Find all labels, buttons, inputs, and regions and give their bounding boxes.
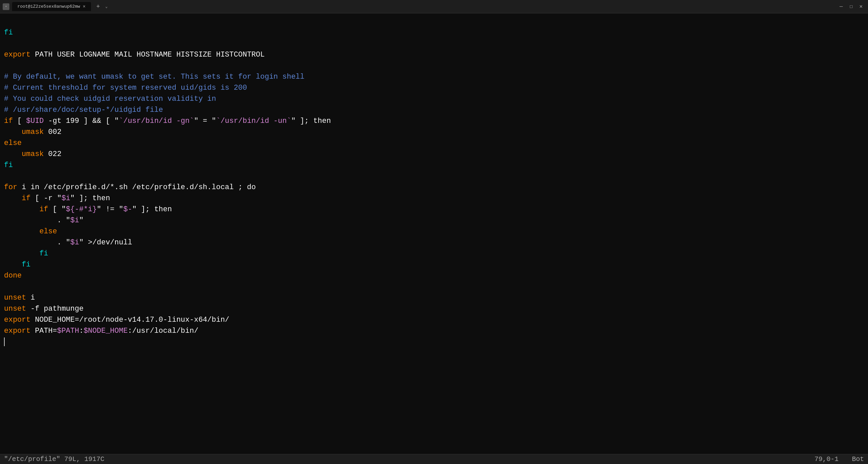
tab-close-button[interactable]: × xyxy=(83,4,85,9)
tab-title: root@iZ2ze5sex8anwup62mw xyxy=(18,4,80,9)
status-right: 79,0-1 Bot xyxy=(814,455,864,463)
new-tab-button[interactable]: + xyxy=(94,3,103,10)
close-button[interactable]: ✕ xyxy=(859,4,863,9)
tab-dropdown-button[interactable]: ⌄ xyxy=(105,4,107,9)
terminal-icon: ▪ xyxy=(3,3,9,10)
file-info-text: "/etc/profile" 79L, 1917C xyxy=(4,455,104,463)
terminal-body[interactable]: fi export PATH USER LOGNAME MAIL HOSTNAM… xyxy=(0,13,868,454)
status-bar: "/etc/profile" 79L, 1917C 79,0-1 Bot xyxy=(0,454,868,464)
terminal-window: ▪ root@iZ2ze5sex8anwup62mw × + ⌄ — ☐ ✕ f… xyxy=(0,0,868,464)
status-file-info: "/etc/profile" 79L, 1917C xyxy=(4,455,814,463)
titlebar: ▪ root@iZ2ze5sex8anwup62mw × + ⌄ — ☐ ✕ xyxy=(0,0,868,13)
scroll-position: Bot xyxy=(852,455,864,463)
maximize-button[interactable]: ☐ xyxy=(849,4,853,9)
minimize-button[interactable]: — xyxy=(840,4,843,9)
cursor-position: 79,0-1 xyxy=(814,455,839,463)
code-content: fi export PATH USER LOGNAME MAIL HOSTNAM… xyxy=(4,16,864,348)
active-tab[interactable]: root@iZ2ze5sex8anwup62mw × xyxy=(12,2,91,11)
window-controls: — ☐ ✕ xyxy=(840,4,865,9)
